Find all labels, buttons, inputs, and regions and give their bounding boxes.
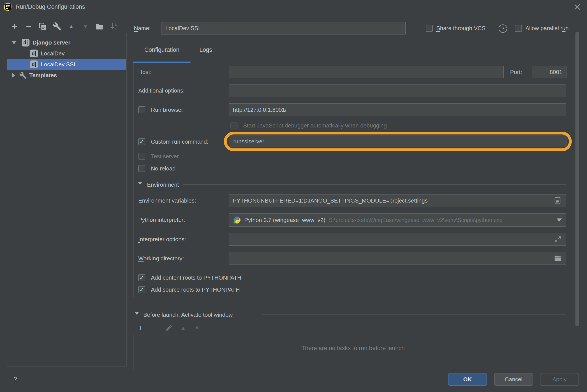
remove-task-button[interactable]: −	[149, 322, 160, 333]
browse-variables-icon[interactable]	[553, 196, 562, 206]
python-interpreter-combobox[interactable]: Python 3.7 (wingease_www_v2) S:\projects…	[229, 214, 566, 226]
interpreter-options-field[interactable]	[229, 233, 566, 246]
environment-variables-label: Environment variables:	[138, 194, 196, 207]
working-directory-field[interactable]	[229, 252, 566, 265]
tree-item-django-server[interactable]: dj Django server	[7, 37, 126, 48]
tree-item-localdev-ssl-selected[interactable]: dj LocalDev SSL	[7, 59, 126, 70]
edit-templates-button[interactable]	[51, 20, 63, 32]
tree-item-label: Django server	[33, 39, 70, 46]
browse-folder-icon[interactable]	[553, 254, 562, 262]
interpreter-path: S:\projects-code\WingEase\wingease_www_v…	[329, 217, 554, 223]
allow-parallel-run-checkbox[interactable]	[515, 25, 522, 32]
ok-button[interactable]: OK	[448, 373, 487, 386]
chevron-down-icon[interactable]	[557, 218, 562, 222]
tree-item-label: LocalDev SSL	[41, 61, 77, 68]
tab-configuration[interactable]: Configuration	[133, 43, 190, 56]
copy-icon	[39, 22, 47, 31]
start-js-debugger-checkbox[interactable]	[230, 122, 237, 129]
help-button[interactable]: ?	[9, 373, 21, 385]
tree-item-localdev[interactable]: dj LocalDev	[7, 48, 126, 59]
tree-item-label: Templates	[29, 72, 57, 79]
move-up-icon: ▲	[68, 23, 74, 30]
port-label: Port:	[510, 66, 522, 78]
tree-item-templates[interactable]: Templates	[7, 70, 126, 81]
python-logo-icon	[233, 216, 241, 224]
wrench-icon	[19, 72, 27, 79]
run-browser-url-input[interactable]	[229, 104, 566, 116]
question-mark: ?	[13, 376, 17, 383]
chevron-right-icon[interactable]	[12, 73, 15, 78]
before-launch-header[interactable]: Before launch: Activate tool window	[143, 308, 233, 321]
wrench-icon	[53, 22, 61, 31]
host-input[interactable]	[229, 66, 503, 78]
plus-icon: +	[12, 21, 17, 32]
custom-run-command-input[interactable]	[229, 136, 566, 147]
environment-section-line	[183, 184, 566, 185]
copy-configuration-button[interactable]	[37, 20, 49, 32]
move-down-button[interactable]: ▼	[79, 20, 92, 32]
minus-icon: −	[26, 21, 32, 32]
edit-task-button[interactable]	[164, 322, 175, 333]
empty-task-list-message: There are no tasks to run before launch	[133, 342, 573, 354]
close-icon	[574, 4, 581, 10]
before-launch-collapse-icon[interactable]	[135, 312, 139, 315]
test-server-checkbox[interactable]	[138, 153, 145, 160]
vertical-scrollbar[interactable]	[575, 32, 579, 326]
working-directory-label: Working directory:	[138, 252, 184, 265]
environment-variables-field[interactable]: PYTHONUNBUFFERED=1;DJANGO_SETTINGS_MODUL…	[229, 194, 566, 207]
sort-letter-a: a	[115, 22, 117, 26]
share-through-vcs-checkbox[interactable]	[426, 25, 433, 32]
environment-variables-value: PYTHONUNBUFFERED=1;DJANGO_SETTINGS_MODUL…	[233, 197, 553, 204]
interpreter-name: Python 3.7 (wingease_www_v2)	[244, 217, 325, 224]
chevron-down-icon[interactable]	[12, 41, 16, 44]
tree-item-label: LocalDev	[41, 50, 65, 57]
expand-field-icon[interactable]	[554, 235, 562, 243]
django-icon: dj	[30, 50, 38, 58]
run-debug-configurations-dialog: PC Run/Debug Configurations + − ▲ ▼	[0, 0, 587, 392]
pycharm-logo-text: PC	[6, 4, 10, 8]
django-icon: dj	[30, 60, 38, 68]
host-label: Host:	[138, 66, 152, 78]
window-title: Run/Debug Configurations	[16, 4, 85, 10]
before-launch-section-line	[261, 314, 566, 315]
name-label: Name:	[134, 22, 151, 35]
question-mark: ?	[501, 26, 504, 32]
add-configuration-button[interactable]: +	[8, 20, 21, 32]
test-server-label: Test server	[151, 150, 179, 162]
move-task-up-button[interactable]: ▲	[178, 322, 188, 333]
port-input[interactable]	[532, 66, 566, 78]
sort-alphabetically-icon: a z	[109, 22, 118, 31]
start-js-debugger-label: Start JavaScript debugger automatically …	[243, 119, 387, 132]
run-browser-checkbox[interactable]	[138, 106, 145, 113]
move-up-icon: ▲	[180, 325, 186, 331]
minus-icon: −	[152, 323, 157, 333]
environment-section-header[interactable]: Environment	[147, 178, 179, 191]
no-reload-label: No reload	[151, 162, 176, 175]
remove-configuration-button[interactable]: −	[23, 20, 35, 32]
apply-button[interactable]: Apply	[540, 373, 579, 386]
name-input[interactable]	[161, 22, 406, 34]
move-task-down-button[interactable]: ▼	[192, 322, 202, 333]
add-content-roots-checkbox[interactable]	[138, 274, 145, 281]
move-up-button[interactable]: ▲	[65, 20, 77, 32]
create-folder-button[interactable]	[94, 20, 106, 32]
share-through-vcs-label: Share through VCS	[436, 22, 485, 35]
environment-collapse-icon[interactable]	[138, 182, 142, 185]
add-source-roots-label: Add source roots to PYTHONPATH	[151, 283, 240, 296]
run-browser-label: Run browser:	[151, 104, 185, 116]
additional-options-input[interactable]	[229, 84, 566, 97]
django-icon: dj	[22, 39, 30, 46]
no-reload-checkbox[interactable]	[138, 165, 145, 172]
custom-run-command-checkbox[interactable]	[138, 138, 145, 145]
add-task-button[interactable]: +	[135, 322, 146, 333]
sort-letter-z: z	[115, 27, 116, 31]
add-content-roots-label: Add content roots to PYTHONPATH	[151, 271, 241, 284]
move-down-icon: ▼	[194, 325, 200, 331]
cancel-button[interactable]: Cancel	[494, 373, 533, 386]
close-button[interactable]	[573, 2, 582, 12]
vcs-help-icon[interactable]: ?	[499, 24, 507, 33]
move-down-icon: ▼	[83, 23, 88, 30]
add-source-roots-checkbox[interactable]	[138, 286, 145, 293]
tab-logs[interactable]: Logs	[190, 43, 221, 56]
sort-configurations-button[interactable]: a z	[108, 20, 120, 32]
